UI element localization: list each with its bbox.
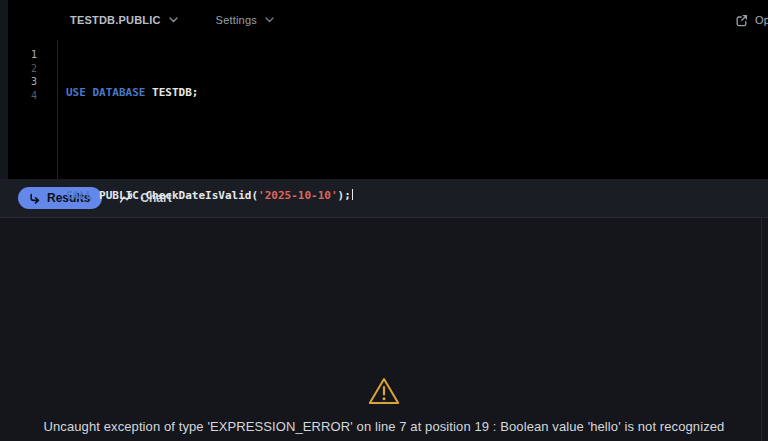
code-line-3: CALL PUBLIC.CheckDateIsValid('2025-10-10… [66, 189, 768, 203]
code-line-1: USE DATABASE TESTDB; [66, 86, 768, 100]
open-link[interactable]: Open [735, 0, 768, 40]
worksheet-toolbar: TESTDB.PUBLIC Settings Open [8, 0, 768, 40]
sql-text: PUBLIC.CheckDateIsValid( [93, 189, 259, 202]
settings-label: Settings [216, 14, 257, 26]
open-label: Open [755, 14, 768, 26]
sql-text: TESTDB; [145, 86, 198, 99]
chevron-down-icon [265, 17, 274, 23]
line-number-gutter: 1 2 3 4 [8, 40, 57, 179]
line-number: 3 [8, 75, 57, 89]
sql-editor[interactable]: 1 2 3 4 USE DATABASE TESTDB; CALL PUBLIC… [8, 40, 768, 179]
line-number: 1 [8, 48, 57, 62]
text-cursor [352, 189, 354, 200]
external-link-icon [735, 14, 748, 27]
line-number: 4 [8, 89, 57, 103]
sql-keyword: USE DATABASE [66, 86, 145, 99]
chevron-down-icon [169, 17, 178, 23]
warning-triangle-icon [367, 376, 401, 410]
database-schema-label: TESTDB.PUBLIC [70, 14, 161, 26]
code-line-2 [66, 138, 768, 152]
settings-menu[interactable]: Settings [216, 14, 274, 26]
worksheet-editor-section: TESTDB.PUBLIC Settings Open 1 2 3 4 USE … [0, 0, 768, 179]
panel-border [761, 218, 762, 441]
sql-text: ); [338, 189, 351, 202]
return-arrow-icon [28, 192, 41, 205]
error-message: Uncaught exception of type 'EXPRESSION_E… [0, 419, 768, 434]
sql-keyword: CALL [66, 189, 93, 202]
database-schema-selector[interactable]: TESTDB.PUBLIC [70, 14, 178, 26]
line-number: 2 [8, 62, 57, 76]
code-area[interactable]: USE DATABASE TESTDB; CALL PUBLIC.CheckDa… [57, 40, 768, 179]
sql-string-literal: '2025-10-10' [258, 189, 337, 202]
results-panel: Uncaught exception of type 'EXPRESSION_E… [0, 218, 768, 441]
